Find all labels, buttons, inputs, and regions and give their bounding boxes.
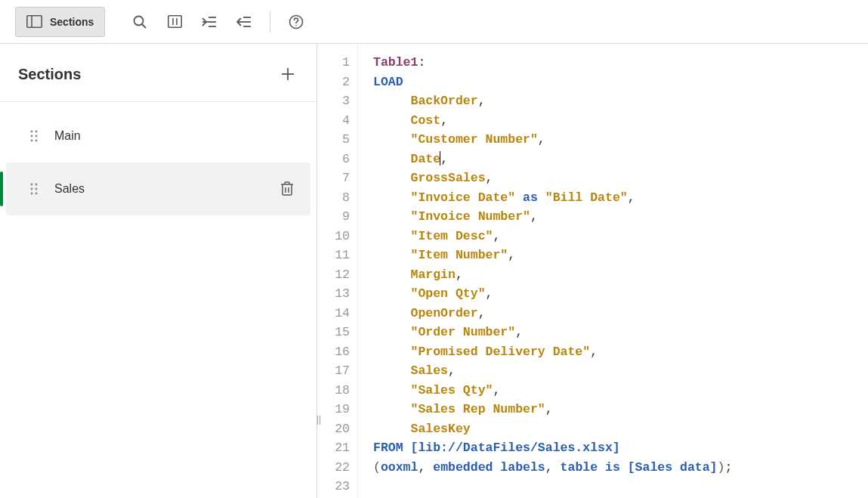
svg-point-26 (36, 188, 38, 190)
section-item-sales[interactable]: Sales (6, 162, 310, 215)
svg-point-17 (31, 131, 33, 133)
sections-toggle-label: Sections (50, 16, 94, 28)
svg-point-28 (36, 193, 38, 195)
sections-toggle-button[interactable]: Sections (15, 7, 105, 37)
svg-point-23 (31, 184, 33, 186)
svg-point-25 (31, 188, 33, 190)
help-button[interactable] (281, 7, 311, 37)
delete-section-button[interactable] (277, 178, 297, 200)
comment-icon (168, 15, 182, 28)
trash-icon (280, 181, 294, 196)
help-icon (289, 14, 304, 29)
svg-point-20 (36, 135, 38, 138)
outdent-button[interactable] (229, 7, 259, 37)
search-button[interactable] (125, 7, 155, 37)
section-item-label: Sales (54, 182, 277, 196)
section-item-label: Main (54, 129, 297, 143)
svg-point-18 (36, 131, 38, 133)
drag-handle-icon[interactable] (30, 130, 38, 142)
svg-point-14 (296, 24, 298, 26)
comment-button[interactable] (159, 7, 190, 37)
svg-point-21 (31, 140, 33, 142)
svg-point-22 (36, 140, 38, 142)
svg-point-27 (31, 193, 33, 195)
svg-point-24 (36, 184, 38, 186)
plus-icon (280, 67, 295, 82)
svg-rect-4 (168, 16, 181, 27)
sections-sidebar: Sections Main (0, 44, 317, 498)
resize-handle[interactable]: || (317, 414, 321, 425)
main-area: Sections Main (0, 44, 868, 498)
section-item-main[interactable]: Main (6, 110, 310, 162)
svg-rect-0 (27, 16, 42, 27)
indent-button[interactable] (194, 7, 224, 37)
sidebar-header: Sections (0, 44, 317, 102)
code-editor[interactable]: 1234567891011121314151617181920212223 Ta… (317, 44, 868, 498)
sidebar-title: Sections (18, 66, 81, 83)
drag-handle-icon[interactable] (30, 183, 38, 195)
panel-icon (26, 15, 42, 28)
outdent-icon (236, 16, 252, 28)
svg-point-2 (134, 16, 144, 25)
toolbar: Sections (0, 0, 868, 44)
indent-icon (202, 16, 217, 28)
code-area[interactable]: Table1:LOAD BackOrder, Cost, "Customer N… (358, 44, 868, 498)
svg-line-3 (142, 24, 146, 28)
add-section-button[interactable] (277, 63, 298, 85)
search-icon (132, 14, 147, 29)
svg-point-19 (31, 135, 33, 138)
toolbar-divider (270, 11, 270, 32)
section-list: Main Sales (0, 102, 317, 215)
line-gutter: 1234567891011121314151617181920212223 (317, 44, 358, 498)
